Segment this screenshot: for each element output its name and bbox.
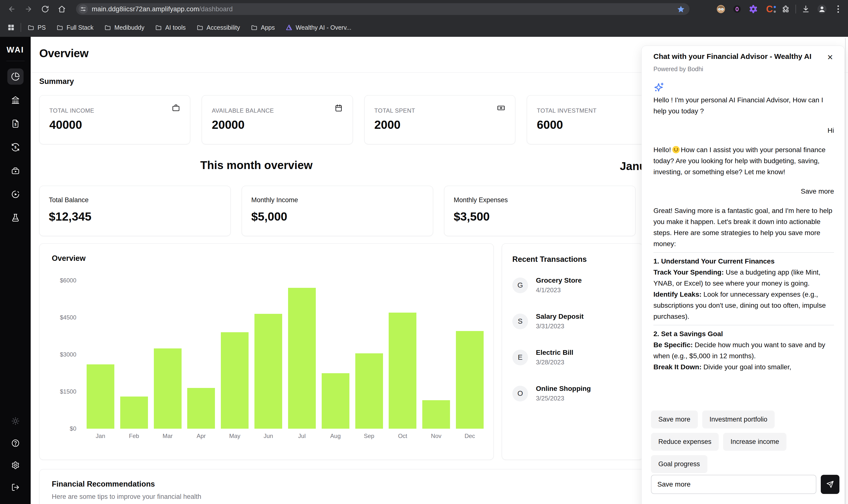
forward-icon[interactable] bbox=[21, 2, 36, 16]
sidebar-footer-sun[interactable] bbox=[8, 414, 22, 428]
chart-bar-group: Feb bbox=[120, 281, 148, 429]
browser-toolbar: main.ddg8iicsr72an.amplifyapp.com/dashbo… bbox=[0, 0, 848, 18]
bookmark-label: Apps bbox=[261, 24, 275, 31]
extension-gear-icon[interactable] bbox=[747, 3, 760, 16]
briefcase-icon bbox=[172, 104, 180, 112]
x-axis-label: Jan bbox=[87, 433, 114, 439]
x-axis-label: Oct bbox=[389, 433, 416, 439]
bookmark-item[interactable]: AI tools bbox=[155, 24, 185, 31]
message-divider bbox=[653, 325, 834, 325]
x-axis-label: Jun bbox=[254, 433, 282, 439]
folder-icon bbox=[251, 24, 258, 31]
sun-icon bbox=[11, 417, 20, 425]
message-text: Hello!How can I assist you with your per… bbox=[653, 144, 834, 177]
address-bar[interactable]: main.ddg8iicsr72an.amplifyapp.com/dashbo… bbox=[76, 3, 689, 15]
calendar-icon bbox=[335, 104, 343, 112]
transaction-info: Electric Bill3/28/2023 bbox=[536, 349, 574, 366]
chat-chip[interactable]: Investment portfolio bbox=[702, 411, 775, 428]
bookmark-item[interactable]: Wealthy AI - Overv... bbox=[286, 24, 351, 31]
chat-input[interactable] bbox=[651, 475, 816, 494]
month-card: Monthly Expenses$3,500 bbox=[444, 186, 635, 236]
chart-bar-group: Oct bbox=[389, 281, 416, 429]
chat-chip[interactable]: Increase income bbox=[723, 433, 787, 451]
svg-text:$: $ bbox=[14, 122, 16, 126]
chat-message-bot: Great! Saving more is a fantastic goal, … bbox=[653, 205, 834, 373]
send-button[interactable] bbox=[821, 475, 840, 494]
month-card: Total Balance$12,345 bbox=[39, 186, 231, 236]
chat-message-bot: Hello ! I'm your personal AI Financial A… bbox=[653, 94, 834, 116]
month-overview-title: This month overview bbox=[0, 159, 513, 172]
svg-text:$: $ bbox=[14, 145, 16, 149]
chart-bar bbox=[456, 331, 484, 429]
month-card-label: Total Balance bbox=[49, 196, 221, 204]
menu-kebab-icon[interactable] bbox=[832, 3, 845, 16]
summary-card-label: TOTAL SPENT bbox=[375, 107, 505, 114]
chat-messages: Hello ! I'm your personal AI Financial A… bbox=[653, 81, 834, 405]
transaction-date: 3/28/2023 bbox=[536, 359, 574, 366]
summary-card-value: 20000 bbox=[212, 118, 343, 131]
y-axis-tick: $1500 bbox=[60, 388, 76, 395]
summary-card-label: AVAILABLE BALANCE bbox=[212, 107, 343, 114]
bookmark-item[interactable]: Full Stack bbox=[56, 24, 93, 31]
reload-icon[interactable] bbox=[38, 2, 53, 16]
x-axis-label: Apr bbox=[187, 433, 215, 439]
profile-avatar[interactable] bbox=[816, 3, 828, 16]
sidebar-footer-log-out[interactable] bbox=[8, 481, 22, 494]
chart-bar-group: Nov bbox=[422, 281, 450, 429]
bookmark-item[interactable]: Apps bbox=[251, 24, 275, 31]
sidebar-item-file-dollar[interactable]: $ bbox=[7, 115, 23, 132]
chart-bar bbox=[322, 373, 349, 429]
sidebar-item-exchange-dollar[interactable]: $ bbox=[7, 139, 23, 155]
sidebar-item-pie-chart[interactable] bbox=[7, 69, 23, 85]
sidebar-item-flask[interactable] bbox=[7, 210, 23, 226]
bookmarks-bar: PSFull StackMedibuddyAI toolsAccessibili… bbox=[0, 18, 848, 37]
chat-chip[interactable]: Save more bbox=[651, 411, 698, 428]
x-axis-label: Sep bbox=[355, 433, 383, 439]
help-circle-icon bbox=[11, 439, 20, 447]
recommendations-subtitle: Here are some tips to improve your finan… bbox=[52, 493, 699, 501]
sidebar-footer-settings[interactable] bbox=[8, 458, 22, 472]
chart-bar-group: Sep bbox=[355, 281, 383, 429]
sidebar-item-goal-play[interactable] bbox=[7, 186, 23, 202]
extensions-puzzle-icon[interactable] bbox=[779, 3, 792, 16]
bookmark-label: Accessibility bbox=[206, 24, 240, 31]
chart-bar-group: Mar bbox=[154, 281, 182, 429]
send-icon bbox=[826, 481, 834, 488]
log-out-icon bbox=[11, 483, 20, 491]
chart-bar bbox=[288, 288, 316, 429]
transaction-avatar: O bbox=[512, 386, 528, 401]
transaction-name: Online Shopping bbox=[536, 385, 591, 393]
month-card-label: Monthly Income bbox=[251, 196, 423, 204]
wealthy-logo-icon bbox=[286, 24, 292, 31]
sidebar-footer-help-circle[interactable] bbox=[8, 436, 22, 450]
y-axis-tick: $4500 bbox=[60, 314, 76, 321]
chat-chip[interactable]: Goal progress bbox=[651, 455, 707, 473]
x-axis-label: Jul bbox=[288, 433, 316, 439]
overview-chart-card: Overview $0$1500$3000$4500$6000 JanFebMa… bbox=[39, 244, 494, 460]
extension-eye-icon[interactable] bbox=[731, 3, 743, 16]
bookmark-item[interactable]: PS bbox=[28, 24, 46, 31]
back-icon[interactable] bbox=[4, 2, 19, 16]
extension-colorzilla-icon[interactable]: C bbox=[763, 3, 776, 16]
folder-icon bbox=[28, 24, 34, 31]
bookmark-item[interactable]: Accessibility bbox=[197, 24, 240, 31]
sidebar-item-bank[interactable] bbox=[7, 92, 23, 108]
exchange-dollar-icon: $ bbox=[11, 143, 20, 152]
close-icon[interactable]: ✕ bbox=[825, 52, 835, 62]
bookmark-item[interactable]: Medibuddy bbox=[104, 24, 144, 31]
chat-chip[interactable]: Reduce expenses bbox=[651, 433, 719, 451]
chat-panel: Chat with your Financial Advisor - Wealt… bbox=[642, 46, 845, 504]
extension-avatar-icon[interactable] bbox=[715, 3, 727, 16]
apps-grid-icon[interactable] bbox=[7, 24, 15, 31]
chart-bar bbox=[389, 312, 416, 429]
scrollbar[interactable] bbox=[845, 38, 846, 504]
bookmark-star-icon[interactable] bbox=[677, 5, 685, 14]
downloads-icon[interactable] bbox=[799, 3, 812, 16]
transaction-avatar: E bbox=[512, 350, 528, 365]
url-path: /dashboard bbox=[199, 5, 233, 13]
home-icon[interactable] bbox=[54, 2, 69, 16]
site-info-icon[interactable] bbox=[78, 4, 88, 14]
chart-bar bbox=[355, 353, 383, 429]
month-card-value: $3,500 bbox=[454, 210, 626, 223]
transaction-date: 4/1/2023 bbox=[536, 286, 582, 294]
